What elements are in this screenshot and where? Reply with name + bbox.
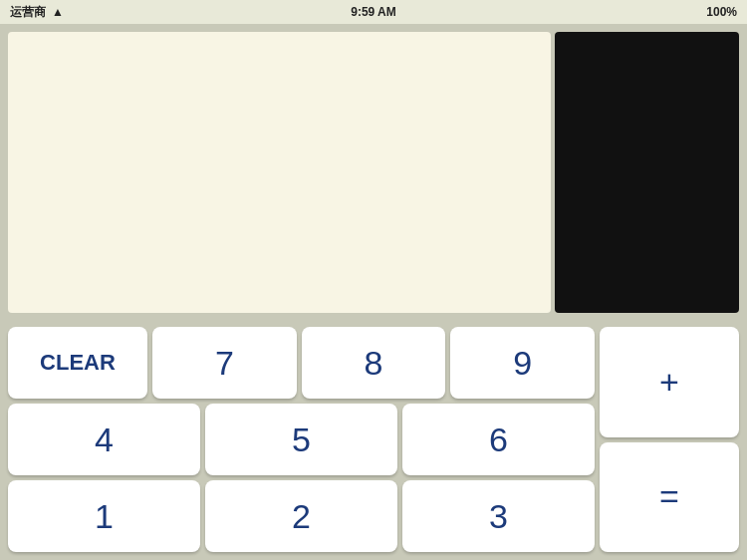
key-row-1: CLEAR 7 8 9 [8,327,595,399]
four-button[interactable]: 4 [8,404,200,475]
equals-button[interactable]: = [600,442,739,553]
carrier-label: 运营商 [10,4,46,21]
left-grid: CLEAR 7 8 9 4 5 6 1 2 3 [8,327,595,552]
keypad: CLEAR 7 8 9 4 5 6 1 2 3 + = [0,321,747,560]
display-right [555,32,739,313]
three-button[interactable]: 3 [402,480,595,552]
plus-button[interactable]: + [600,327,739,437]
one-button[interactable]: 1 [8,480,200,552]
key-row-2: 4 5 6 [8,404,595,475]
key-row-3: 1 2 3 [8,480,595,552]
nine-button[interactable]: 9 [450,327,595,399]
five-button[interactable]: 5 [205,404,397,475]
wifi-icon: ▲ [52,5,64,19]
battery-label: 100% [706,5,737,19]
status-bar-left: 运营商 ▲ [10,4,64,21]
six-button[interactable]: 6 [402,404,595,475]
right-col: + = [600,327,739,552]
eight-button[interactable]: 8 [302,327,446,399]
clear-button[interactable]: CLEAR [8,327,147,399]
two-button[interactable]: 2 [205,480,397,552]
status-bar: 运营商 ▲ 9:59 AM 100% [0,0,747,24]
display-area [0,24,747,321]
seven-button[interactable]: 7 [152,327,297,399]
keypad-main: CLEAR 7 8 9 4 5 6 1 2 3 + = [8,327,739,552]
display-left [8,32,551,313]
status-bar-right: 100% [706,5,737,19]
status-bar-time: 9:59 AM [351,5,396,19]
